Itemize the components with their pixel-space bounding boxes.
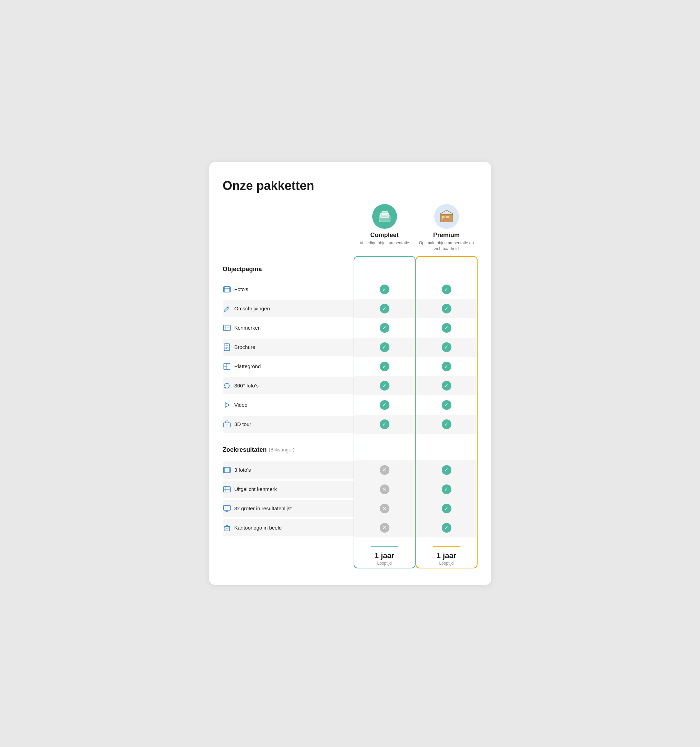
feature-360: 360° foto's ✓ ✓ — [223, 376, 477, 395]
premium-duration-line — [433, 546, 461, 547]
feature-3fotos-label: 3 foto's — [223, 461, 354, 479]
check-green-icon: ✓ — [442, 419, 452, 429]
premium-icon — [438, 208, 455, 225]
feature-plattegrond-label: Plattegrond — [223, 358, 354, 375]
feature-kantoorlogo-label: Kantoorlogo in beeld — [223, 519, 354, 537]
check-green-icon: ✓ — [442, 323, 452, 333]
check-green-icon: ✓ — [442, 342, 452, 352]
compleet-icon — [376, 208, 393, 225]
header-empty — [223, 204, 354, 256]
check-green-icon: ✓ — [442, 523, 452, 533]
feature-3dtour: 3D tour ✓ ✓ — [223, 414, 477, 434]
svg-rect-7 — [443, 218, 450, 222]
premium-duration-label: Looptijd — [439, 561, 453, 566]
list-icon — [223, 324, 231, 332]
tour3d-icon — [223, 420, 231, 428]
check-green-icon: ✓ — [380, 361, 389, 371]
kenmerken-compleet-check: ✓ — [354, 318, 415, 337]
feature-fotos-label: Foto's — [223, 281, 354, 298]
plattegrond-compleet-check: ✓ — [354, 357, 415, 376]
section-objectpagina-title: Objectpagina — [223, 261, 262, 276]
list2-icon — [223, 485, 231, 493]
monitor-icon — [223, 505, 231, 512]
compleet-duration: 1 jaar Looptijd — [354, 540, 415, 569]
rotate-icon — [223, 382, 231, 390]
svg-rect-35 — [226, 529, 228, 531]
check-gray-icon: ✕ — [380, 523, 389, 533]
photo-icon — [223, 286, 231, 293]
feature-kantoorlogo: Kantoorlogo in beeld ✕ ✓ — [223, 518, 477, 537]
3xgroter-compleet-check: ✕ — [354, 499, 415, 518]
floorplan-icon — [223, 363, 231, 370]
premium-desc: Optimale objectpresentatie en zichtbaarh… — [415, 240, 477, 252]
3dtour-premium-check: ✓ — [415, 414, 477, 434]
kantoorlogo-compleet-check: ✕ — [354, 518, 415, 537]
feature-fotos: Foto's ✓ ✓ — [223, 280, 477, 299]
feature-3dtour-label: 3D tour — [223, 416, 354, 433]
plattegrond-premium-check: ✓ — [415, 357, 477, 376]
uitgelicht-compleet-check: ✕ — [354, 479, 415, 499]
feature-omschrijvingen: Omschrijvingen ✓ ✓ — [223, 299, 477, 318]
svg-line-8 — [440, 210, 447, 214]
3xgroter-premium-check: ✓ — [415, 499, 477, 518]
check-green-icon: ✓ — [380, 381, 389, 390]
svg-rect-31 — [223, 505, 230, 510]
feature-brochure: Brochure ✓ ✓ — [223, 337, 477, 357]
edit-icon — [223, 305, 231, 312]
premium-name: Premium — [433, 231, 460, 239]
section-zoekresultaten-title: Zoekresultaten (Blikvanger) — [223, 442, 295, 457]
svg-rect-11 — [224, 287, 229, 292]
check-green-icon: ✓ — [442, 381, 452, 390]
kenmerken-premium-check: ✓ — [415, 318, 477, 337]
compleet-name: Compleet — [370, 231, 398, 239]
play-icon — [223, 401, 231, 409]
compleet-duration-line — [371, 546, 398, 547]
brochure-compleet-check: ✓ — [354, 337, 415, 357]
svg-rect-4 — [440, 214, 453, 215]
kantoorlogo-premium-check: ✓ — [415, 518, 477, 537]
check-green-icon: ✓ — [442, 504, 452, 513]
premium-duration: 1 jaar Looptijd — [415, 540, 477, 569]
building-icon — [223, 524, 231, 532]
check-green-icon: ✓ — [442, 484, 452, 494]
check-green-icon: ✓ — [442, 361, 452, 371]
feature-omschrijvingen-label: Omschrijvingen — [223, 300, 354, 317]
section-objectpagina-col1 — [354, 256, 415, 280]
header-row: Compleet Volledige objectpresentatie — [223, 204, 477, 256]
header-compleet: Compleet Volledige objectpresentatie — [354, 204, 415, 256]
feature-360-label: 360° foto's — [223, 377, 354, 394]
feature-3fotos: 3 foto's ✕ ✓ — [223, 460, 477, 479]
photo2-icon — [223, 466, 231, 474]
feature-video: Video ✓ ✓ — [223, 395, 477, 414]
feature-uitgelicht-label: Uitgelicht kenmerk — [223, 481, 354, 498]
svg-rect-2 — [382, 211, 387, 215]
3fotos-premium-check: ✓ — [415, 460, 477, 479]
check-green-icon: ✓ — [380, 400, 389, 410]
svg-line-9 — [447, 210, 453, 214]
omschrijvingen-compleet-check: ✓ — [354, 299, 415, 318]
rows-wrapper: Objectpagina Foto's ✓ ✓ — [223, 256, 477, 569]
section-zoekresultaten-label: Zoekresultaten (Blikvanger) — [223, 437, 354, 460]
section-objectpagina-col2 — [415, 256, 477, 280]
feature-3xgroter: 3x groter in resultatenlijst ✕ ✓ — [223, 499, 477, 518]
header-premium: Premium Optimale objectpresentatie en zi… — [415, 204, 477, 256]
premium-duration-value: 1 jaar — [436, 551, 456, 560]
check-green-icon: ✓ — [442, 284, 452, 294]
check-gray-icon: ✕ — [380, 504, 389, 513]
duration-row: 1 jaar Looptijd 1 jaar Looptijd — [223, 540, 477, 569]
compleet-duration-label: Looptijd — [377, 561, 391, 566]
omschrijvingen-premium-check: ✓ — [415, 299, 477, 318]
svg-rect-20 — [224, 363, 230, 369]
duration-empty — [223, 540, 354, 569]
check-green-icon: ✓ — [380, 419, 389, 429]
feature-video-label: Video — [223, 396, 354, 414]
pricing-card: Onze pakketten Compleet Volledige object… — [209, 162, 491, 585]
feature-kenmerken: Kenmerken ✓ ✓ — [223, 318, 477, 337]
feature-brochure-label: Brochure — [223, 339, 354, 356]
brochure-icon — [223, 343, 231, 351]
section-zoekresultaten-row: Zoekresultaten (Blikvanger) — [223, 437, 477, 460]
video-premium-check: ✓ — [415, 395, 477, 414]
pricing-table: Compleet Volledige objectpresentatie — [223, 204, 477, 569]
section-objectpagina-label: Objectpagina — [223, 256, 354, 280]
brochure-premium-check: ✓ — [415, 337, 477, 357]
